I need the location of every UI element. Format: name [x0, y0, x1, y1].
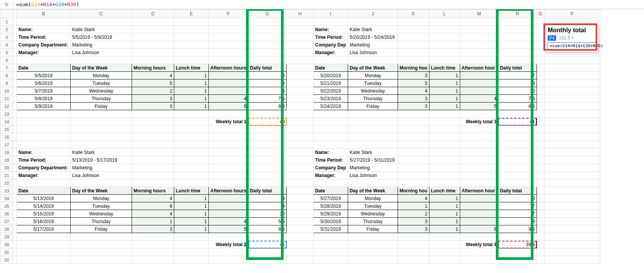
cell[interactable] [460, 202, 498, 210]
cell[interactable] [13, 218, 17, 225]
cell[interactable]: Friday [71, 225, 132, 233]
cell[interactable]: 4 [460, 95, 498, 103]
cell[interactable] [209, 156, 248, 164]
cell[interactable] [537, 241, 544, 248]
row-header[interactable]: 6 [0, 56, 13, 64]
cell[interactable]: Time Period: [314, 156, 348, 164]
cell[interactable]: 4 [398, 195, 429, 202]
cell[interactable] [537, 210, 544, 218]
cell[interactable]: 5/17/2019 [17, 225, 71, 233]
cell[interactable] [287, 79, 314, 87]
cell[interactable] [248, 172, 287, 179]
cell[interactable] [498, 248, 537, 256]
cell[interactable]: Monday [348, 195, 398, 202]
cell[interactable]: Date [314, 187, 348, 195]
spreadsheet-grid[interactable]: BCDEFGHIJKLMNOP12Name:Katie StarkName:Ka… [0, 9, 644, 264]
cell[interactable] [71, 133, 132, 141]
cell[interactable]: Friday [348, 103, 398, 110]
row-header[interactable]: 18 [0, 149, 13, 156]
cell[interactable] [429, 164, 460, 172]
cell[interactable] [174, 26, 209, 33]
cell[interactable] [248, 18, 287, 26]
cell[interactable]: 1 [174, 72, 209, 79]
cell[interactable] [132, 172, 174, 179]
cell[interactable]: 3 [398, 72, 429, 79]
cell[interactable]: 8.5 [248, 225, 287, 233]
cell[interactable]: 5/29/2019 [314, 210, 348, 218]
cell[interactable] [287, 18, 314, 26]
cell[interactable] [398, 233, 429, 241]
cell[interactable] [537, 64, 544, 72]
cell[interactable]: Marketing [348, 41, 398, 49]
cell[interactable] [498, 110, 537, 118]
cell[interactable] [209, 195, 248, 202]
cell[interactable] [13, 95, 17, 103]
row-header[interactable]: 30 [0, 241, 13, 248]
col-header[interactable]: M [460, 10, 498, 18]
cell[interactable]: Weekly total 4 [460, 241, 498, 248]
cell[interactable] [287, 56, 314, 64]
cell[interactable] [287, 149, 314, 156]
cell[interactable] [398, 172, 429, 179]
cell[interactable] [248, 133, 287, 141]
cell[interactable]: 8.5 [248, 103, 287, 110]
row-header[interactable]: 16 [0, 133, 13, 141]
cell[interactable] [13, 187, 17, 195]
cell[interactable] [429, 133, 460, 141]
cell[interactable]: Morning hou [398, 64, 429, 72]
cell[interactable] [248, 164, 287, 172]
cell[interactable] [17, 133, 71, 141]
cell[interactable] [209, 79, 248, 87]
cell[interactable] [17, 179, 71, 187]
cell[interactable] [544, 233, 600, 241]
cell[interactable] [537, 149, 544, 156]
cell[interactable]: Daily total [248, 187, 287, 195]
cell[interactable] [460, 248, 498, 256]
cell[interactable] [398, 26, 429, 33]
cell[interactable] [13, 248, 17, 256]
cell[interactable]: Day of the Week [71, 64, 132, 72]
cell[interactable]: 8 [498, 218, 537, 225]
cell[interactable] [287, 141, 314, 149]
cell[interactable] [314, 141, 348, 149]
cell[interactable]: 7.5 [498, 95, 537, 103]
cell[interactable] [13, 26, 17, 33]
cell[interactable] [429, 248, 460, 256]
cell[interactable] [13, 33, 17, 41]
row-header[interactable]: 32 [0, 256, 13, 264]
row-header[interactable]: 21 [0, 172, 13, 179]
cell[interactable]: Tuesday [71, 202, 132, 210]
cell[interactable] [460, 18, 498, 26]
cell[interactable] [544, 195, 600, 202]
cell[interactable] [429, 149, 460, 156]
cell[interactable] [460, 126, 498, 133]
cell[interactable] [17, 141, 71, 149]
cell[interactable] [314, 133, 348, 141]
cell[interactable]: 1 [174, 202, 209, 210]
col-header[interactable]: J [348, 10, 398, 18]
cell[interactable] [460, 26, 498, 33]
cell[interactable]: 5/20/2019 - 5/24/2019 [348, 33, 398, 41]
cell[interactable] [71, 241, 132, 248]
cell[interactable]: 1 [174, 95, 209, 103]
cell[interactable] [174, 49, 209, 56]
cell[interactable] [544, 241, 600, 248]
cell[interactable] [537, 172, 544, 179]
cell[interactable] [498, 33, 537, 41]
cell[interactable]: Daily total [498, 64, 537, 72]
cell[interactable] [314, 179, 348, 187]
cell[interactable] [13, 41, 17, 49]
cell[interactable]: Weekly total 1 [209, 118, 248, 126]
cell[interactable] [248, 256, 287, 264]
cell[interactable] [287, 133, 314, 141]
cell[interactable] [537, 225, 544, 233]
cell[interactable] [248, 156, 287, 164]
cell[interactable] [287, 179, 314, 187]
cell[interactable] [287, 49, 314, 56]
cell[interactable] [17, 126, 71, 133]
cell[interactable] [13, 164, 17, 172]
cell[interactable] [429, 18, 460, 26]
cell[interactable] [248, 233, 287, 241]
cell[interactable] [248, 26, 287, 33]
col-header[interactable] [13, 10, 17, 18]
